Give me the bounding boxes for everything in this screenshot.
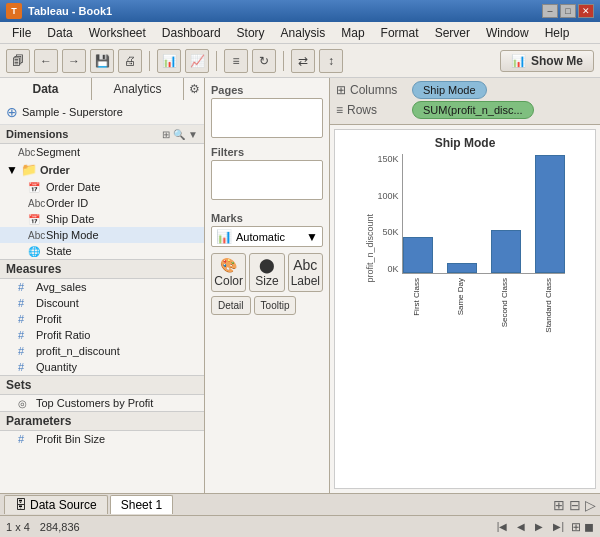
- close-button[interactable]: ✕: [578, 4, 594, 18]
- color-label: Color: [214, 274, 243, 288]
- order-group[interactable]: ▼ 📁 Order: [0, 160, 204, 179]
- toolbar-sort[interactable]: ↕: [319, 49, 343, 73]
- field-quantity[interactable]: # Quantity: [0, 359, 204, 375]
- field-top-customers[interactable]: ◎ Top Customers by Profit: [0, 395, 204, 411]
- size-icon: ⬤: [259, 257, 275, 273]
- bar-first-class-rect[interactable]: [403, 237, 433, 273]
- tooltip-button[interactable]: Tooltip: [254, 296, 297, 315]
- menu-map[interactable]: Map: [333, 24, 372, 42]
- field-ship-date[interactable]: 📅 Ship Date: [0, 211, 204, 227]
- tab-analytics[interactable]: Analytics: [92, 78, 184, 100]
- profit-ratio-label: Profit Ratio: [36, 329, 90, 341]
- pages-shelf: [211, 98, 323, 138]
- marks-type-dropdown[interactable]: 📊 Automatic ▼: [211, 226, 323, 247]
- y-tick-100k: 100K: [377, 191, 398, 201]
- avg-sales-icon: #: [18, 281, 32, 293]
- field-discount[interactable]: # Discount: [0, 295, 204, 311]
- field-ship-mode[interactable]: Abc Ship Mode: [0, 227, 204, 243]
- toolbar-filter[interactable]: ≡: [224, 49, 248, 73]
- label-button[interactable]: Abc Label: [288, 253, 323, 292]
- fit-icon[interactable]: ◼: [584, 520, 594, 534]
- profit-bin-label: Profit Bin Size: [36, 433, 105, 445]
- panel-settings-icon[interactable]: ⚙: [184, 82, 204, 96]
- menu-server[interactable]: Server: [427, 24, 478, 42]
- menu-dashboard[interactable]: Dashboard: [154, 24, 229, 42]
- nav-first[interactable]: |◀: [494, 520, 511, 533]
- minimize-button[interactable]: –: [542, 4, 558, 18]
- menu-format[interactable]: Format: [373, 24, 427, 42]
- field-profit[interactable]: # Profit: [0, 311, 204, 327]
- field-profit-bin[interactable]: # Profit Bin Size: [0, 431, 204, 447]
- menu-story[interactable]: Story: [229, 24, 273, 42]
- bar-standard-class-rect[interactable]: [535, 155, 565, 273]
- toolbar-chart1[interactable]: 📊: [157, 49, 181, 73]
- menu-worksheet[interactable]: Worksheet: [81, 24, 154, 42]
- size-button[interactable]: ⬤ Size: [249, 253, 284, 292]
- grid-view-icon[interactable]: ⊞: [571, 520, 581, 534]
- toolbar-refresh[interactable]: ↻: [252, 49, 276, 73]
- segment-type-icon: Abc: [18, 147, 32, 158]
- quantity-icon: #: [18, 361, 32, 373]
- toolbar-chart2[interactable]: 📈: [185, 49, 209, 73]
- field-state[interactable]: 🌐 State: [0, 243, 204, 259]
- nav-next[interactable]: ▶: [532, 520, 546, 533]
- toolbar-save[interactable]: 💾: [90, 49, 114, 73]
- toolbar-forward[interactable]: →: [62, 49, 86, 73]
- detail-button[interactable]: Detail: [211, 296, 251, 315]
- field-profit-ratio[interactable]: # Profit Ratio: [0, 327, 204, 343]
- menu-file[interactable]: File: [4, 24, 39, 42]
- datasource-name[interactable]: Sample - Superstore: [22, 106, 123, 118]
- duplicate-icon[interactable]: ⊟: [569, 497, 581, 513]
- parameters-divider: Parameters: [0, 411, 204, 431]
- present-icon[interactable]: ▷: [585, 497, 596, 513]
- grid-icons: ⊞ ◼: [571, 520, 594, 534]
- toolbar-back[interactable]: ←: [34, 49, 58, 73]
- toolbar-swap[interactable]: ⇄: [291, 49, 315, 73]
- show-me-button[interactable]: 📊 Show Me: [500, 50, 594, 72]
- tab-sheet1[interactable]: Sheet 1: [110, 495, 173, 514]
- pages-section: Pages: [211, 84, 323, 138]
- columns-pill[interactable]: Ship Mode: [412, 81, 487, 99]
- filters-section: Filters: [211, 146, 323, 200]
- order-id-icon: Abc: [28, 198, 42, 209]
- field-profit-n-discount[interactable]: # profit_n_discount: [0, 343, 204, 359]
- field-segment[interactable]: Abc Segment: [0, 144, 204, 160]
- top-customers-label: Top Customers by Profit: [36, 397, 153, 409]
- color-button[interactable]: 🎨 Color: [211, 253, 246, 292]
- tab-datasource[interactable]: 🗄 Data Source: [4, 495, 108, 514]
- menu-window[interactable]: Window: [478, 24, 537, 42]
- state-label: State: [46, 245, 72, 257]
- field-order-date[interactable]: 📅 Order Date: [0, 179, 204, 195]
- toolbar-new[interactable]: 🗐: [6, 49, 30, 73]
- rows-pill[interactable]: SUM(profit_n_disc...: [412, 101, 534, 119]
- tab-data[interactable]: Data: [0, 78, 92, 100]
- dim-grid-icon[interactable]: ⊞: [162, 129, 170, 140]
- menu-help[interactable]: Help: [537, 24, 578, 42]
- order-id-label: Order ID: [46, 197, 88, 209]
- status-left: 1 x 4 284,836: [6, 521, 80, 533]
- dimensions-header: Dimensions ⊞ 🔍 ▼: [0, 125, 204, 144]
- maximize-button[interactable]: □: [560, 4, 576, 18]
- bar-second-class-rect[interactable]: [491, 230, 521, 273]
- chart-title: Ship Mode: [435, 136, 496, 150]
- rows-shelf-row: ≡ Rows SUM(profit_n_disc...: [336, 101, 594, 119]
- field-order-id[interactable]: Abc Order ID: [0, 195, 204, 211]
- dim-search-icon[interactable]: 🔍: [173, 129, 185, 140]
- field-avg-sales[interactable]: # Avg_sales: [0, 279, 204, 295]
- nav-prev[interactable]: ◀: [514, 520, 528, 533]
- nav-last[interactable]: ▶|: [550, 520, 567, 533]
- y-tick-0k: 0K: [388, 264, 399, 274]
- bottom-tabs: 🗄 Data Source Sheet 1 ⊞ ⊟ ▷: [0, 493, 600, 515]
- dim-more-icon[interactable]: ▼: [188, 129, 198, 140]
- order-folder-icon: 📁: [21, 162, 37, 177]
- add-sheet-icon[interactable]: ⊞: [553, 497, 565, 513]
- state-icon: 🌐: [28, 246, 42, 257]
- profit-n-discount-icon: #: [18, 345, 32, 357]
- status-right: |◀ ◀ ▶ ▶| ⊞ ◼: [494, 520, 594, 534]
- bar-same-day-rect[interactable]: [447, 263, 477, 273]
- ship-mode-icon: Abc: [28, 230, 42, 241]
- bottom-icons: ⊞ ⊟ ▷: [553, 497, 596, 513]
- menu-analysis[interactable]: Analysis: [273, 24, 334, 42]
- menu-data[interactable]: Data: [39, 24, 80, 42]
- toolbar-print[interactable]: 🖨: [118, 49, 142, 73]
